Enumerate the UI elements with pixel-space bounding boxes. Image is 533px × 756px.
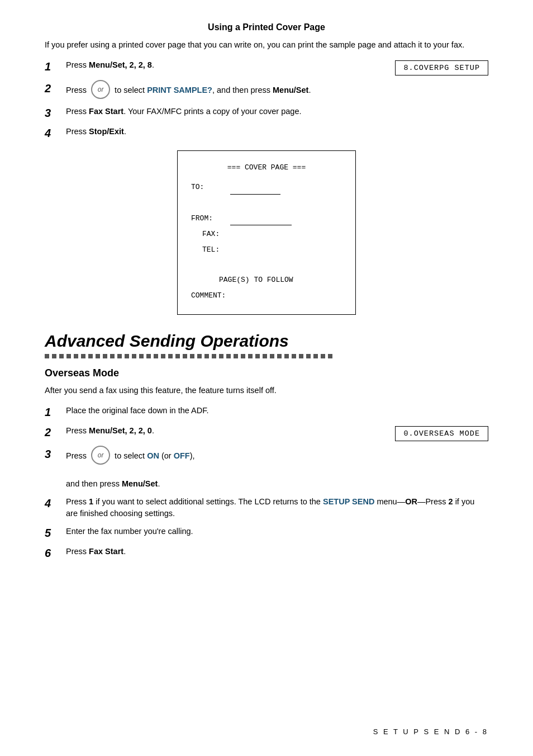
section1-intro: If you prefer using a printed cover page… [45,39,488,51]
dot-14 [139,354,144,358]
overseas-step-2-bold: Menu/Set, 2, 2, 0 [89,426,152,435]
dot-25 [219,354,223,358]
cover-fax-line: FAX: [191,228,342,240]
overseas-mode-title: Overseas Mode [45,367,488,379]
cover-tel-label: TEL: [191,243,230,256]
cover-comment-label: COMMENT: [191,289,230,302]
overseas-step-6-number: 6 [45,546,61,560]
dot-18 [168,354,173,358]
step-4-content: Press Stop/Exit. [66,126,488,138]
dot-36 [299,354,303,358]
overseas-step-2-content: Press Menu/Set, 2, 2, 0. [66,425,384,437]
step-1-number: 1 [45,59,61,74]
overseas-step-2-number: 2 [45,425,61,440]
overseas-step-3-on: ON [147,451,159,460]
or-icon-1: or [91,80,110,99]
step-1-bold: Menu/Set, 2, 2, 8 [89,60,152,69]
overseas-step-2-lcd: 0.OVERSEAS MODE [395,426,488,441]
dot-3 [59,354,64,358]
cover-blank-line [191,197,342,210]
dot-31 [263,354,267,358]
cover-to-line: TO: [191,181,342,194]
step-1-left: 1 Press Menu/Set, 2, 2, 8. [45,59,384,74]
dot-38 [313,354,318,358]
cover-page-sample: === COVER PAGE === TO: FROM: FAX: TEL: P… [177,150,356,315]
step-2-content: Press or to select PRINT SAMPLE?, and th… [66,81,488,100]
overseas-step-4-number: 4 [45,496,61,511]
dot-16 [154,354,158,358]
overseas-step-4-setup: SETUP SEND [323,497,374,506]
dot-8 [96,354,100,358]
overseas-step-3-row: 3 Press or to select ON (or OFF), and th… [45,447,488,490]
cover-to-label: TO: [191,181,230,193]
step-3-bold: Fax Start [89,107,123,116]
dot-1 [45,354,49,358]
cover-pages-line: PAGE(S) TO FOLLOW [191,273,342,286]
step-3-content: Press Fax Start. Your FAX/MFC prints a c… [66,106,488,118]
dot-37 [306,354,311,358]
dot-10 [110,354,115,358]
overseas-intro: After you send a fax using this feature,… [45,385,488,397]
cover-from-line: FROM: [191,212,342,225]
overseas-step-1-content: Place the original face down in the ADF. [66,405,488,417]
overseas-step-4-bold1: 1 [89,497,93,506]
overseas-step-3-bold: Menu/Set [122,479,158,488]
overseas-step-3-number: 3 [45,447,61,461]
advanced-header: Advanced Sending Operations [45,332,488,358]
step-2-bold: Menu/Set [273,86,308,94]
advanced-title: Advanced Sending Operations [45,332,488,351]
step-2-row: 2 Press or to select PRINT SAMPLE?, and … [45,81,488,100]
overseas-step-1-row: 1 Place the original face down in the AD… [45,405,488,419]
overseas-step-4-row: 4 Press 1 if you want to select addition… [45,496,488,521]
step-2-number: 2 [45,81,61,96]
cover-title: === COVER PAGE === [191,161,342,174]
dot-30 [255,354,260,358]
dot-22 [197,354,202,358]
dot-6 [81,354,85,358]
overseas-step-3-off: OFF [174,451,190,460]
cover-pages-text: PAGE(S) TO FOLLOW [191,273,293,286]
dot-26 [226,354,231,358]
dotted-rule [45,354,488,358]
overseas-step-1-number: 1 [45,405,61,419]
overseas-step-6-bold: Fax Start [89,547,123,556]
step-2-highlight: PRINT SAMPLE? [147,86,212,94]
dot-33 [277,354,282,358]
step-1-lcd: 8.COVERPG SETUP [395,60,488,75]
cover-from-underline [230,212,292,225]
dot-7 [88,354,93,358]
dot-40 [328,354,332,358]
dot-9 [103,354,107,358]
page-footer: S E T U P S E N D 6 - 8 [373,727,488,736]
dot-29 [248,354,253,358]
overseas-step-5-number: 5 [45,526,61,540]
overseas-step-4-or: OR [405,497,417,506]
dot-21 [190,354,194,358]
step-4-number: 4 [45,126,61,140]
cover-to-underline [230,181,280,194]
dot-15 [146,354,151,358]
overseas-step-5-content: Enter the fax number you're calling. [66,526,488,538]
step-4-bold: Stop/Exit [89,127,124,136]
dot-39 [321,354,325,358]
dot-34 [284,354,289,358]
cover-comment-line: COMMENT: [191,289,342,302]
dot-27 [234,354,238,358]
cover-blank-line2 [191,258,342,271]
overseas-step-3-content: Press or to select ON (or OFF), and then… [66,447,488,490]
cover-from-label: FROM: [191,212,230,225]
step-1-row: 1 Press Menu/Set, 2, 2, 8. 8.COVERPG SET… [45,59,488,75]
dot-12 [125,354,129,358]
overseas-step-5-row: 5 Enter the fax number you're calling. [45,526,488,540]
overseas-step-2-left: 2 Press Menu/Set, 2, 2, 0. [45,425,384,440]
dot-24 [212,354,216,358]
cover-tel-line: TEL: [191,243,342,256]
page: Using a Printed Cover Page If you prefer… [0,0,533,756]
dot-28 [241,354,245,358]
dot-11 [117,354,122,358]
overseas-step-2-row: 2 Press Menu/Set, 2, 2, 0. 0.OVERSEAS MO… [45,425,488,441]
dot-23 [204,354,209,358]
dot-17 [161,354,165,358]
dot-32 [270,354,274,358]
dot-35 [292,354,296,358]
